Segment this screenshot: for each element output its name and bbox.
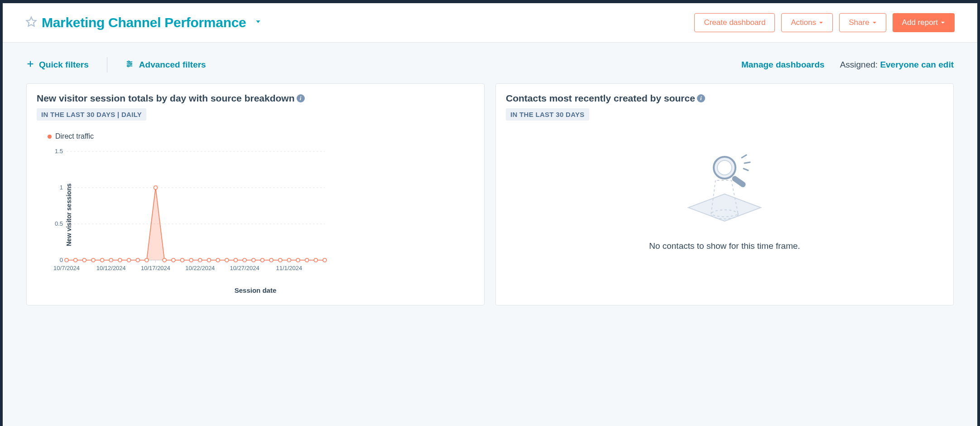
svg-point-30 (181, 258, 184, 262)
svg-point-25 (136, 258, 139, 262)
svg-point-20 (91, 258, 95, 262)
magnifier-search-icon (679, 153, 770, 230)
svg-point-19 (82, 258, 86, 262)
info-icon[interactable]: i (697, 94, 705, 102)
svg-point-41 (279, 258, 282, 262)
chart-legend[interactable]: Direct traffic (48, 132, 474, 140)
svg-point-36 (234, 258, 237, 262)
info-icon[interactable]: i (297, 94, 305, 102)
svg-text:1.5: 1.5 (55, 148, 63, 155)
date-range-badge: IN THE LAST 30 DAYS (506, 108, 589, 121)
date-range-badge: IN THE LAST 30 DAYS | DAILY (37, 108, 146, 121)
svg-text:0: 0 (60, 257, 63, 263)
svg-point-34 (216, 258, 220, 262)
svg-point-31 (189, 258, 193, 262)
svg-line-65 (744, 169, 748, 170)
legend-swatch-icon (48, 135, 52, 139)
svg-text:10/7/2024: 10/7/2024 (53, 265, 80, 271)
empty-state-text: No contacts to show for this time frame. (649, 241, 800, 251)
chart-container: Direct traffic New visitor sessions 00.5… (37, 132, 474, 294)
contacts-by-source-card: Contacts most recently created by source… (495, 83, 954, 305)
svg-text:11/1/2024: 11/1/2024 (276, 265, 302, 271)
card-title: Contacts most recently created by source (506, 93, 695, 104)
y-axis-label: New visitor sessions (65, 184, 72, 247)
assigned-value-link[interactable]: Everyone can edit (880, 60, 954, 69)
svg-point-44 (305, 258, 309, 262)
create-dashboard-button[interactable]: Create dashboard (694, 13, 775, 32)
caret-down-icon (819, 18, 823, 27)
svg-point-61 (717, 160, 732, 175)
svg-point-3 (128, 61, 130, 63)
svg-text:10/27/2024: 10/27/2024 (230, 265, 259, 271)
toolbar-divider (107, 57, 107, 73)
page-title[interactable]: Marketing Channel Performance (42, 15, 246, 30)
svg-text:0.5: 0.5 (55, 220, 63, 227)
caret-down-icon (872, 18, 877, 27)
svg-point-29 (172, 258, 175, 262)
svg-point-28 (163, 258, 166, 262)
svg-point-33 (207, 258, 211, 262)
empty-state: No contacts to show for this time frame. (506, 121, 943, 284)
svg-point-43 (296, 258, 300, 262)
visitor-sessions-card: New visitor session totals by day with s… (26, 83, 485, 305)
caret-down-icon (941, 18, 945, 27)
x-axis-label: Session date (37, 286, 474, 294)
sliders-icon (125, 60, 134, 70)
assigned-label: Assigned: (840, 60, 878, 69)
legend-label: Direct traffic (55, 132, 94, 140)
svg-point-21 (101, 258, 104, 262)
svg-point-5 (130, 63, 132, 65)
svg-text:10/17/2024: 10/17/2024 (141, 265, 170, 271)
svg-point-39 (260, 258, 264, 262)
advanced-filters-button[interactable]: Advanced filters (125, 60, 206, 70)
card-title: New visitor session totals by day with s… (37, 93, 295, 104)
svg-line-63 (742, 155, 746, 158)
svg-point-24 (127, 258, 131, 262)
title-dropdown-icon[interactable] (254, 18, 262, 28)
svg-point-45 (314, 258, 317, 262)
svg-text:10/12/2024: 10/12/2024 (96, 265, 126, 271)
svg-line-64 (745, 162, 750, 163)
svg-point-23 (118, 258, 122, 262)
quick-filters-button[interactable]: Quick filters (26, 60, 89, 70)
svg-text:1: 1 (60, 184, 63, 191)
svg-rect-62 (731, 175, 747, 188)
svg-text:10/22/2024: 10/22/2024 (185, 265, 215, 271)
svg-point-40 (269, 258, 273, 262)
svg-point-7 (127, 65, 129, 67)
svg-point-46 (323, 258, 327, 262)
share-button[interactable]: Share (839, 13, 886, 32)
header-actions: Create dashboard Actions Share Add repor… (694, 13, 955, 32)
favorite-star-icon[interactable] (25, 16, 37, 29)
add-report-button[interactable]: Add report (893, 13, 955, 32)
line-chart: 00.511.510/7/202410/12/202410/17/202410/… (48, 147, 329, 274)
page-header: Marketing Channel Performance Create das… (3, 3, 977, 43)
manage-dashboards-link[interactable]: Manage dashboards (741, 60, 825, 70)
svg-point-27 (154, 186, 158, 189)
svg-point-18 (74, 258, 77, 262)
svg-point-38 (252, 258, 255, 262)
svg-point-26 (145, 258, 149, 262)
svg-point-35 (225, 258, 229, 262)
filters-toolbar: Quick filters Advanced filters Manage da… (3, 43, 977, 83)
actions-button[interactable]: Actions (781, 13, 833, 32)
plus-icon (26, 60, 34, 70)
